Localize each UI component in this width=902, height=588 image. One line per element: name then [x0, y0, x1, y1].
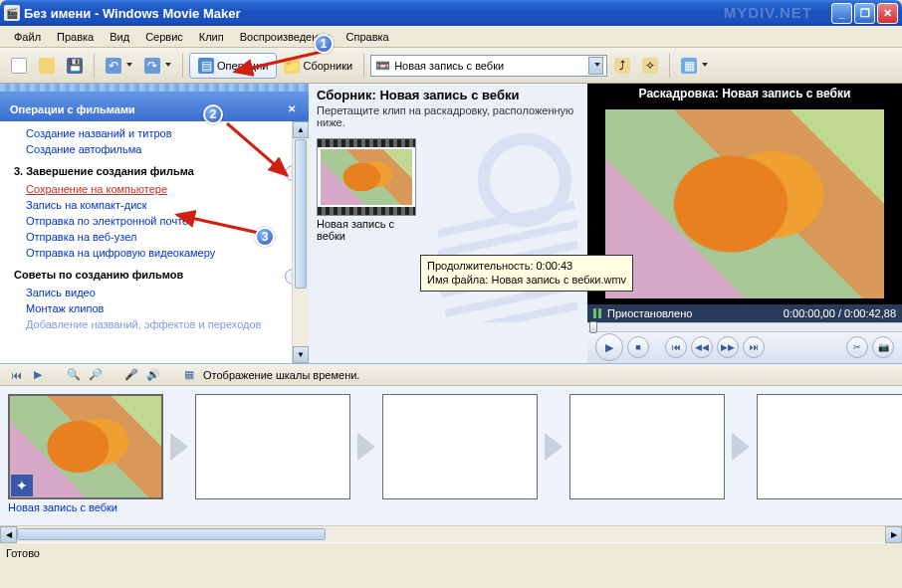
- tasks-scrollbar[interactable]: ▲ ▼: [292, 121, 309, 363]
- task-link-cd[interactable]: Запись на компакт-диск: [0, 197, 309, 213]
- preview-seekbar[interactable]: [587, 322, 902, 332]
- new-folder-button[interactable]: ✧: [637, 53, 663, 79]
- task-link-dv[interactable]: Отправка на цифровую видеокамеру: [0, 245, 309, 261]
- collection-combo-icon: 📼: [374, 58, 390, 74]
- sb-play-button[interactable]: ▶: [30, 367, 46, 383]
- clip-thumbnail[interactable]: [317, 138, 416, 216]
- storyboard-empty-slot[interactable]: [569, 394, 725, 499]
- storyboard-empty-slot[interactable]: [757, 394, 902, 499]
- clip-item[interactable]: Новая запись с вебки: [317, 138, 416, 242]
- storyboard[interactable]: ✦ Новая запись с вебки: [0, 386, 902, 525]
- storyboard-clip-label: Новая запись с вебки: [8, 499, 163, 513]
- storyboard-transition-slot[interactable]: [538, 394, 569, 499]
- tasks-header-title: Операции с фильмами: [10, 103, 135, 115]
- undo-button[interactable]: ↶: [101, 53, 137, 79]
- snapshot-button[interactable]: 📷: [872, 336, 894, 358]
- minimize-button[interactable]: _: [831, 3, 852, 24]
- up-folder-icon: ⤴: [614, 58, 630, 74]
- stop-button[interactable]: ■: [627, 336, 649, 358]
- storyboard-clip[interactable]: ✦ Новая запись с вебки: [8, 394, 163, 513]
- menu-clip[interactable]: Клип: [191, 28, 232, 46]
- tasks-close-button[interactable]: ✕: [285, 101, 299, 115]
- task-link-titles[interactable]: Создание названий и титров: [0, 125, 309, 141]
- task-link-record[interactable]: Запись видео: [0, 285, 309, 300]
- tooltip-duration: Продолжительность: 0:00:43: [427, 259, 626, 273]
- task-section-finish[interactable]: 3. Завершение создания фильма ˄: [0, 157, 309, 181]
- menu-view[interactable]: Вид: [102, 28, 137, 46]
- film-decor-icon: [438, 123, 577, 322]
- effects-icon[interactable]: ✦: [11, 475, 33, 496]
- view-mode-button[interactable]: ▦: [676, 53, 713, 79]
- new-icon: [11, 58, 27, 74]
- preview-video[interactable]: [587, 103, 902, 304]
- tasks-button-label: Операции: [217, 60, 268, 72]
- sb-rewind-button[interactable]: ⏮: [8, 367, 24, 383]
- menu-playback[interactable]: Воспроизведение: [232, 28, 338, 46]
- new-folder-icon: ✧: [642, 58, 658, 74]
- task-section-finish-label: 3. Завершение создания фильма: [14, 165, 194, 177]
- preview-controls: ▶ ■ ⏮ ◀◀ ▶▶ ⏭ ✂ 📷: [587, 332, 902, 363]
- collection-combo-value: Новая запись с вебки: [394, 60, 584, 72]
- preview-statusbar: Приостановлено 0:00:00,00 / 0:00:42,88: [587, 304, 902, 322]
- storyboard-empty-slot[interactable]: [195, 394, 350, 499]
- timeline-icon: ▦: [181, 367, 197, 383]
- grid-icon: ▦: [681, 58, 697, 74]
- collections-button[interactable]: 📁Сборники: [279, 53, 357, 79]
- storyboard-hscroll[interactable]: ◀ ▶: [0, 525, 902, 542]
- chevron-down-icon[interactable]: [588, 57, 603, 75]
- scroll-up-icon[interactable]: ▲: [293, 121, 309, 138]
- sb-audio-button[interactable]: 🔊: [145, 367, 161, 383]
- sb-zoom-out-button[interactable]: 🔎: [88, 367, 104, 383]
- play-button[interactable]: ▶: [595, 333, 623, 361]
- menu-edit[interactable]: Правка: [49, 28, 102, 46]
- hscroll-thumb[interactable]: [17, 528, 326, 540]
- maximize-button[interactable]: ❐: [854, 3, 875, 24]
- collections-button-label: Сборники: [303, 60, 352, 72]
- storyboard-transition-slot[interactable]: [725, 394, 757, 499]
- task-link-editclips[interactable]: Монтаж клипов: [0, 300, 309, 316]
- titlebar: 🎬 Без имени - Windows Movie Maker MYDIV.…: [0, 0, 902, 26]
- storyboard-empty-slot[interactable]: [382, 394, 538, 499]
- scroll-down-icon[interactable]: ▼: [293, 346, 309, 363]
- sb-toggle-label[interactable]: Отображение шкалы времени.: [203, 369, 359, 381]
- transition-icon: [357, 433, 375, 461]
- watermark: MYDIV.NET: [724, 4, 812, 21]
- step-back-button[interactable]: ◀◀: [691, 336, 713, 358]
- step-fwd-button[interactable]: ▶▶: [717, 336, 739, 358]
- menu-file[interactable]: Файл: [6, 28, 49, 46]
- storyboard-thumb[interactable]: ✦: [8, 394, 163, 499]
- collection-pane: Сборник: Новая запись с вебки Перетащите…: [309, 84, 587, 363]
- storyboard-transition-slot[interactable]: [163, 394, 195, 499]
- preview-pane: Раскадровка: Новая запись с вебки Приост…: [587, 84, 902, 363]
- task-link-addfx[interactable]: Добавление названий, эффектов и переходо…: [0, 316, 309, 332]
- sb-zoom-in-button[interactable]: 🔍: [66, 367, 82, 383]
- redo-button[interactable]: ↷: [139, 53, 176, 79]
- scroll-left-icon[interactable]: ◀: [0, 526, 17, 543]
- scroll-thumb[interactable]: [295, 139, 307, 289]
- next-clip-button[interactable]: ⏭: [743, 336, 765, 358]
- task-link-web[interactable]: Отправка на веб-узел: [0, 229, 309, 245]
- sb-narrate-button[interactable]: 🎤: [123, 367, 139, 383]
- split-button[interactable]: ✂: [846, 336, 868, 358]
- new-button[interactable]: [6, 53, 32, 79]
- save-button[interactable]: 💾: [62, 53, 88, 79]
- task-link-email[interactable]: Отправка по электронной почте: [0, 213, 309, 229]
- tasks-button[interactable]: ▤Операции: [189, 53, 277, 79]
- clip-tooltip: Продолжительность: 0:00:43 Имя файла: Но…: [420, 255, 633, 292]
- scroll-right-icon[interactable]: ▶: [885, 526, 902, 543]
- task-section-tips[interactable]: Советы по созданию фильмов ˄: [0, 261, 309, 285]
- task-link-automovie[interactable]: Создание автофильма: [0, 141, 309, 157]
- storyboard-transition-slot[interactable]: [350, 394, 382, 499]
- task-link-save-pc[interactable]: Сохранение на компьютере: [0, 181, 309, 197]
- app-icon: 🎬: [4, 5, 20, 21]
- menu-help[interactable]: Справка: [338, 28, 397, 46]
- open-button[interactable]: [34, 53, 60, 79]
- prev-clip-button[interactable]: ⏮: [665, 336, 687, 358]
- close-button[interactable]: ✕: [877, 3, 898, 24]
- work-area: Операции с фильмами ✕ Создание названий …: [0, 84, 902, 364]
- collection-combo[interactable]: 📼 Новая запись с вебки: [370, 55, 607, 77]
- up-level-button[interactable]: ⤴: [609, 53, 635, 79]
- open-folder-icon: [39, 58, 55, 74]
- seek-thumb[interactable]: [589, 321, 597, 333]
- menu-service[interactable]: Сервис: [137, 28, 191, 46]
